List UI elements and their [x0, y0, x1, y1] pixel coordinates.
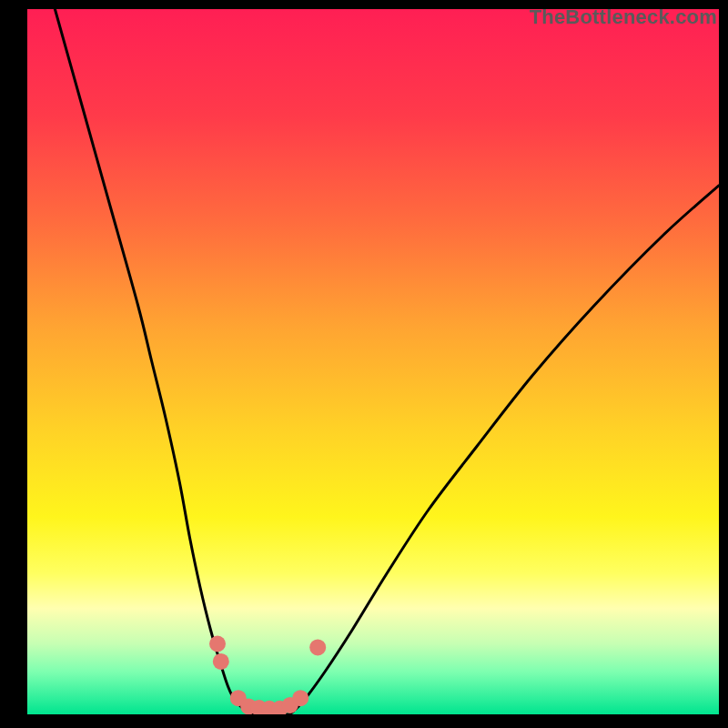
- bottleneck-chart: [27, 9, 719, 714]
- marker-dot: [309, 639, 326, 655]
- watermark-text: TheBottleneck.com: [530, 5, 717, 29]
- marker-dot: [209, 636, 226, 652]
- marker-dot: [292, 690, 308, 706]
- marker-dot: [213, 653, 229, 670]
- gradient-background: [27, 9, 719, 714]
- chart-frame: [27, 9, 719, 714]
